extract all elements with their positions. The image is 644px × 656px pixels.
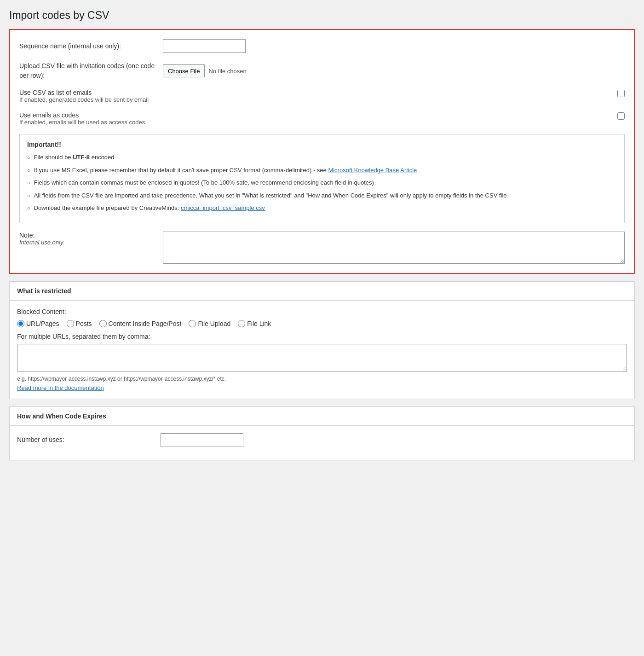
use-csv-emails-sub-label: If enabled, generated codes will be sent… bbox=[19, 96, 612, 103]
what-is-restricted-body: Blocked Content: URL/Pages Posts Content… bbox=[10, 301, 634, 399]
use-csv-emails-checkbox[interactable] bbox=[617, 90, 625, 97]
note-sub-label: Internal use only. bbox=[19, 239, 157, 246]
sequence-name-input[interactable] bbox=[163, 39, 246, 53]
sample-csv-link[interactable]: cmicca_import_csv_sample.csv bbox=[181, 204, 265, 211]
blocked-content-label: Blocked Content: bbox=[17, 308, 66, 315]
radio-file-upload-input[interactable] bbox=[189, 320, 196, 327]
radio-url-label: URL/Pages bbox=[26, 320, 59, 327]
use-csv-emails-label-group: Use CSV as list of emails If enabled, ge… bbox=[19, 89, 612, 103]
important-item-5: Download the example file prepared by Cr… bbox=[27, 203, 617, 213]
note-main-label: Note: bbox=[19, 232, 157, 239]
radio-file-upload-label: File Upload bbox=[198, 320, 230, 327]
read-more-link[interactable]: Read more in the documentation bbox=[17, 384, 104, 391]
example-text: e.g. https://wpmayor-access.instawp.xyz … bbox=[17, 376, 627, 382]
urls-textarea[interactable] bbox=[17, 344, 627, 372]
important-item-1: File should be UTF-8 encoded bbox=[27, 153, 617, 162]
important-item-2: If you use MS Excel, please remember tha… bbox=[27, 166, 617, 175]
important-box: Important!! File should be UTF-8 encoded… bbox=[19, 134, 625, 223]
radio-content-inside-option[interactable]: Content Inside Page/Post bbox=[99, 320, 182, 327]
radio-file-link-option[interactable]: File Link bbox=[238, 320, 271, 327]
use-emails-codes-label-group: Use emails as codes If enabled, emails w… bbox=[19, 111, 612, 126]
note-textarea[interactable] bbox=[163, 232, 625, 264]
sequence-name-label: Sequence name (internal use only): bbox=[19, 41, 157, 51]
important-title: Important!! bbox=[27, 141, 617, 148]
sequence-name-row: Sequence name (internal use only): bbox=[19, 39, 625, 53]
no-file-text: No file chosen bbox=[208, 68, 246, 75]
main-form-card: Sequence name (internal use only): Uploa… bbox=[9, 29, 635, 274]
blocked-content-row: Blocked Content: bbox=[17, 308, 627, 315]
use-emails-codes-main-label: Use emails as codes bbox=[19, 111, 612, 119]
how-when-expires-section: How and When Code Expires Number of uses… bbox=[9, 406, 635, 460]
radio-file-upload-option[interactable]: File Upload bbox=[189, 320, 230, 327]
page-title: Import codes by CSV bbox=[9, 9, 635, 22]
radio-file-link-label: File Link bbox=[247, 320, 271, 327]
note-row: Note: Internal use only. bbox=[19, 232, 625, 264]
important-item-4: All fields from the CSV file are importe… bbox=[27, 191, 617, 200]
what-is-restricted-section: What is restricted Blocked Content: URL/… bbox=[9, 281, 635, 399]
radio-posts-label: Posts bbox=[76, 320, 92, 327]
important-item-3: Fields which can contain commas must be … bbox=[27, 178, 617, 187]
file-upload-area: Choose File No file chosen bbox=[163, 64, 247, 77]
upload-csv-row: Upload CSV file with invitation codes (o… bbox=[19, 61, 625, 81]
how-when-expires-body: Number of uses: bbox=[10, 426, 634, 460]
use-emails-codes-checkbox[interactable] bbox=[617, 112, 625, 120]
use-emails-codes-sub-label: If enabled, emails will be used as acces… bbox=[19, 119, 612, 126]
radio-options-row: URL/Pages Posts Content Inside Page/Post… bbox=[17, 320, 627, 327]
use-emails-codes-row: Use emails as codes If enabled, emails w… bbox=[19, 111, 625, 126]
number-of-uses-input[interactable] bbox=[161, 433, 243, 447]
radio-url-option[interactable]: URL/Pages bbox=[17, 320, 59, 327]
choose-file-button[interactable]: Choose File bbox=[163, 64, 205, 77]
radio-file-link-input[interactable] bbox=[238, 320, 245, 327]
number-of-uses-label: Number of uses: bbox=[17, 435, 155, 445]
radio-posts-input[interactable] bbox=[67, 320, 74, 327]
upload-csv-label: Upload CSV file with invitation codes (o… bbox=[19, 61, 157, 81]
use-csv-emails-row: Use CSV as list of emails If enabled, ge… bbox=[19, 89, 625, 103]
note-label-group: Note: Internal use only. bbox=[19, 232, 157, 246]
radio-content-inside-input[interactable] bbox=[99, 320, 107, 327]
radio-url-input[interactable] bbox=[17, 320, 24, 327]
ms-knowledge-base-link[interactable]: Microsoft Knowledge Base Article bbox=[328, 167, 417, 174]
urls-label: For multiple URLs, separated them by com… bbox=[17, 333, 627, 340]
number-of-uses-row: Number of uses: bbox=[17, 433, 627, 447]
radio-posts-option[interactable]: Posts bbox=[67, 320, 92, 327]
what-is-restricted-header: What is restricted bbox=[10, 282, 634, 301]
how-when-expires-header: How and When Code Expires bbox=[10, 407, 634, 426]
important-list: File should be UTF-8 encoded If you use … bbox=[27, 153, 617, 213]
radio-content-inside-label: Content Inside Page/Post bbox=[109, 320, 182, 327]
use-csv-emails-main-label: Use CSV as list of emails bbox=[19, 89, 612, 96]
